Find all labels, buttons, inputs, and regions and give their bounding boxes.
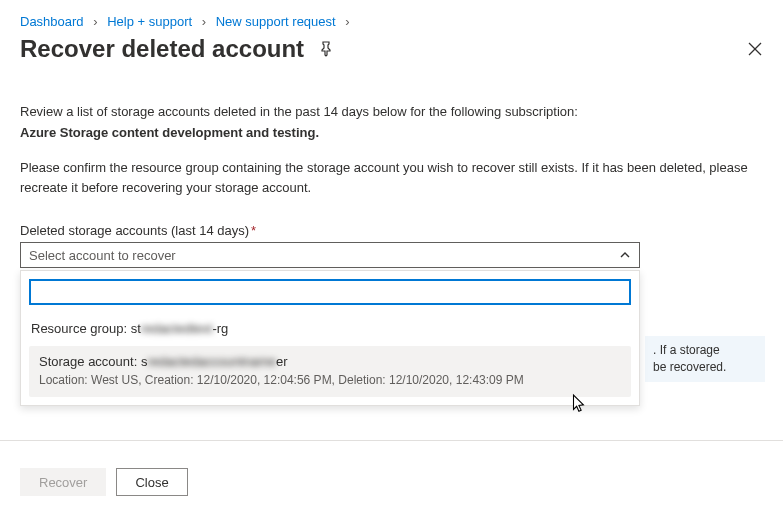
dropdown-label: Deleted storage accounts (last 14 days)*: [20, 223, 763, 238]
option-title: Storage account: sredactedaccountnameer: [39, 354, 621, 369]
chevron-right-icon: ›: [202, 14, 206, 29]
deleted-accounts-dropdown[interactable]: Select account to recover Resource group…: [20, 242, 640, 268]
dropdown-panel: Resource group: stredactedtext-rg Storag…: [20, 270, 640, 406]
dropdown-placeholder: Select account to recover: [29, 248, 176, 263]
subscription-name: Azure Storage content development and te…: [20, 125, 763, 140]
title-row: Recover deleted account: [20, 35, 763, 63]
close-button[interactable]: Close: [116, 468, 187, 496]
page-title: Recover deleted account: [20, 35, 304, 63]
panel-root: Dashboard › Help + support › New support…: [0, 0, 783, 268]
pin-icon[interactable]: [318, 41, 334, 57]
resource-group-heading: Resource group: stredactedtext-rg: [29, 317, 631, 346]
recover-button: Recover: [20, 468, 106, 496]
footer-actions: Recover Close: [20, 468, 188, 496]
option-details: Location: West US, Creation: 12/10/2020,…: [39, 373, 621, 387]
breadcrumb-dashboard[interactable]: Dashboard: [20, 14, 84, 29]
storage-account-option[interactable]: Storage account: sredactedaccountnameer …: [29, 346, 631, 397]
breadcrumb-help-support[interactable]: Help + support: [107, 14, 192, 29]
chevron-right-icon: ›: [345, 14, 349, 29]
confirm-text: Please confirm the resource group contai…: [20, 158, 763, 197]
chevron-right-icon: ›: [93, 14, 97, 29]
footer-divider: [0, 440, 783, 441]
info-banner-fragment: . If a storage be recovered.: [645, 336, 765, 382]
breadcrumb-new-request[interactable]: New support request: [216, 14, 336, 29]
breadcrumb: Dashboard › Help + support › New support…: [20, 14, 763, 29]
close-icon[interactable]: [747, 41, 763, 57]
dropdown-search-input[interactable]: [29, 279, 631, 305]
intro-text: Review a list of storage accounts delete…: [20, 103, 763, 121]
dropdown-trigger[interactable]: Select account to recover: [20, 242, 640, 268]
required-asterisk: *: [251, 223, 256, 238]
chevron-up-icon: [619, 249, 631, 261]
